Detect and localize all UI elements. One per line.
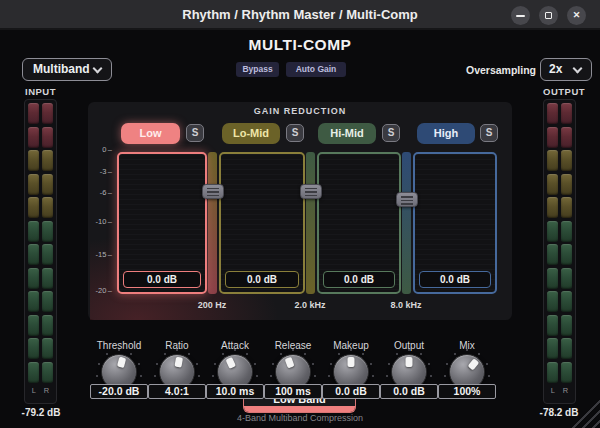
led-segment-green: [561, 291, 572, 312]
knob-value-makeup[interactable]: 0.0 dB: [322, 384, 380, 399]
led-segment-green: [547, 362, 558, 383]
led-segment-yellow: [28, 150, 39, 171]
solo-button-low[interactable]: S: [186, 124, 204, 142]
crossover-slider-track[interactable]: [208, 152, 217, 294]
oversampling-select[interactable]: 2x: [540, 58, 592, 81]
band-tab-lo-mid[interactable]: Lo-Mid: [222, 123, 280, 144]
knob-ticks: [466, 371, 468, 373]
led-segment-green: [28, 362, 39, 383]
band-tab-high[interactable]: High: [417, 123, 475, 144]
selected-band-color-bar: [244, 406, 355, 412]
band-reduction-value-low: 0.0 dB: [123, 271, 201, 288]
led-segment-green: [547, 315, 558, 336]
led-segment-green: [561, 315, 572, 336]
minimize-button[interactable]: [511, 6, 530, 25]
input-meter-label: INPUT: [24, 86, 57, 97]
led-segment-red: [561, 103, 572, 124]
crossover-frequency-label: 2.0 kHz: [294, 300, 325, 310]
channel-right-label: R: [44, 386, 49, 395]
knob-value-mix[interactable]: 100%: [438, 384, 496, 399]
mode-select[interactable]: Multiband: [22, 58, 112, 81]
led-segment-green: [42, 338, 53, 359]
minimize-icon: [516, 15, 525, 17]
page-title: MULTI-COMP: [0, 36, 600, 54]
grip-lines-icon: [207, 188, 219, 197]
output-meter-columns: [547, 103, 572, 383]
knob-value-attack[interactable]: 10.0 ms: [206, 384, 264, 399]
led-segment-green: [42, 268, 53, 289]
maximize-button[interactable]: [539, 6, 558, 25]
meter-column: [561, 103, 572, 383]
channel-right-label: R: [563, 386, 568, 395]
input-meter-columns: [28, 103, 53, 383]
knob-pointer-icon: [468, 358, 480, 370]
led-segment-red: [547, 103, 558, 124]
led-segment-yellow: [547, 197, 558, 218]
crossover-slider-handle[interactable]: [300, 184, 322, 199]
solo-button-high[interactable]: S: [480, 124, 498, 142]
knob-value-ratio[interactable]: 4.0:1: [148, 384, 206, 399]
led-segment-yellow: [547, 150, 558, 171]
knob-value-output[interactable]: 0.0 dB: [380, 384, 438, 399]
led-segment-green: [28, 244, 39, 265]
led-segment-green: [547, 221, 558, 242]
crossover-slider-handle[interactable]: [202, 184, 224, 199]
knob-label-attack: Attack: [206, 340, 264, 351]
crossover-slider-handle[interactable]: [396, 192, 418, 207]
scale-tick-label: -3: [84, 167, 112, 177]
scale-tick-label: -20: [84, 286, 112, 296]
close-button[interactable]: ✕: [567, 6, 586, 25]
led-segment-yellow: [28, 174, 39, 195]
led-segment-green: [42, 291, 53, 312]
led-segment-yellow: [42, 174, 53, 195]
oversampling-label: Oversampling: [452, 64, 536, 76]
band-reduction-value-lo-mid: 0.0 dB: [225, 271, 299, 288]
crossover-slider-track[interactable]: [306, 152, 315, 294]
bypass-button[interactable]: Bypass: [236, 62, 279, 77]
knob-label-release: Release: [264, 340, 322, 351]
band-tab-low[interactable]: Low: [121, 123, 180, 144]
led-segment-green: [561, 221, 572, 242]
band-reduction-value-hi-mid: 0.0 dB: [323, 271, 395, 288]
solo-button-hi-mid[interactable]: S: [382, 124, 400, 142]
channel-labels: L R: [547, 386, 572, 395]
knob-label-threshold: Threshold: [90, 340, 148, 351]
input-meter: L R: [24, 99, 57, 404]
led-segment-yellow: [42, 150, 53, 171]
led-segment-green: [42, 315, 53, 336]
maximize-icon: [545, 12, 552, 19]
channel-labels: L R: [28, 386, 53, 395]
scale-tick-label: -6: [84, 188, 112, 198]
led-segment-green: [561, 244, 572, 265]
chevron-down-icon: [93, 64, 103, 74]
channel-left-label: L: [32, 386, 36, 395]
band-meter-hi-mid: 0.0 dB: [317, 152, 401, 294]
band-tab-hi-mid[interactable]: Hi-Mid: [318, 123, 376, 144]
output-meter-label: OUTPUT: [543, 86, 576, 97]
knob-ticks: [350, 371, 352, 373]
led-segment-yellow: [42, 197, 53, 218]
band-reduction-value-high: 0.0 dB: [419, 271, 491, 288]
knob-value-release[interactable]: 100 ms: [264, 384, 322, 399]
close-icon: ✕: [567, 6, 586, 25]
crossover-frequency-label: 8.0 kHz: [390, 300, 421, 310]
led-segment-green: [28, 338, 39, 359]
knob-value-threshold[interactable]: -20.0 dB: [90, 384, 148, 399]
led-segment-green: [28, 315, 39, 336]
band-meter-high: 0.0 dB: [413, 152, 497, 294]
knob-ticks: [118, 371, 120, 373]
led-segment-green: [42, 244, 53, 265]
solo-button-lo-mid[interactable]: S: [286, 124, 304, 142]
knob-pointer-icon: [174, 357, 183, 368]
knob-label-mix: Mix: [438, 340, 496, 351]
led-segment-green: [28, 291, 39, 312]
auto-gain-button[interactable]: Auto Gain: [286, 62, 346, 77]
led-segment-green: [547, 338, 558, 359]
led-segment-red: [28, 103, 39, 124]
scale-tick-label: -15: [84, 250, 112, 260]
output-meter: L R: [543, 99, 576, 404]
crossover-slider-track[interactable]: [402, 152, 411, 294]
band-meter-low: 0.0 dB: [117, 152, 207, 294]
knob-pointer-icon: [285, 357, 295, 369]
plugin-window: Rhythm / Rhythm Master / Multi-Comp ✕ MU…: [0, 0, 600, 428]
